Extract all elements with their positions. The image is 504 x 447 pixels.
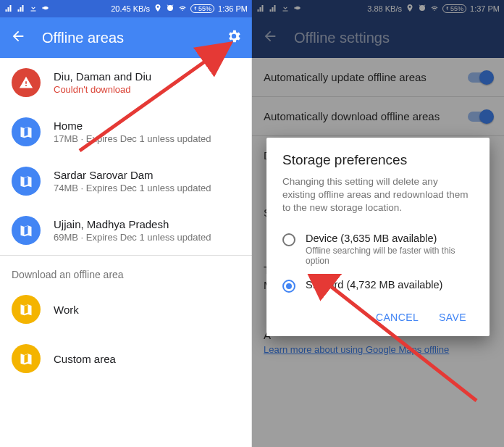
data-rate: 20.45 KB/s bbox=[111, 4, 150, 13]
alert-icon bbox=[12, 68, 41, 97]
download-list: Work Custom area bbox=[0, 285, 252, 383]
storage-preferences-dialog: Storage preferences Changing this settin… bbox=[266, 138, 490, 336]
option-sd-card[interactable]: SD card (4,732 MB available) bbox=[282, 273, 474, 300]
option-sd-label: SD card (4,732 MB available) bbox=[306, 279, 442, 291]
download-section-label: Download an offline area bbox=[0, 256, 252, 285]
radio-icon bbox=[282, 233, 295, 246]
area-subtitle: 17MB · Expires Dec 1 unless updated bbox=[54, 133, 211, 144]
area-subtitle: 74MB · Expires Dec 1 unless updated bbox=[54, 183, 211, 193]
area-subtitle: 69MB · Expires Dec 1 unless updated bbox=[54, 232, 211, 243]
gear-icon[interactable] bbox=[226, 28, 242, 48]
download-row[interactable]: Work bbox=[0, 285, 252, 334]
offline-areas-list: Diu, Daman and Diu Couldn't download Hom… bbox=[0, 58, 252, 255]
option-device[interactable]: Device (3,635 MB available) Offline sear… bbox=[282, 227, 474, 273]
area-row[interactable]: Sardar Sarovar Dam 74MB · Expires Dec 1 … bbox=[0, 156, 252, 206]
area-row[interactable]: Ujjain, Madhya Pradesh 69MB · Expires De… bbox=[0, 206, 252, 255]
map-icon bbox=[12, 344, 41, 373]
area-title: Diu, Daman and Diu bbox=[54, 70, 151, 83]
signal-icon bbox=[4, 4, 13, 14]
status-bar: 20.45 KB/s 55% 1:36 PM bbox=[0, 0, 252, 17]
page-title: Offline areas bbox=[42, 30, 210, 46]
save-button[interactable]: SAVE bbox=[432, 306, 474, 329]
signal-icon-2 bbox=[17, 4, 25, 14]
clock-time: 1:36 PM bbox=[218, 4, 248, 13]
download-title: Work bbox=[54, 304, 79, 316]
map-icon bbox=[12, 216, 41, 245]
map-icon bbox=[12, 117, 41, 146]
dialog-title: Storage preferences bbox=[282, 152, 474, 168]
download-title: Custom area bbox=[54, 353, 116, 365]
map-icon bbox=[12, 167, 41, 196]
fish-icon bbox=[41, 4, 50, 14]
cancel-button[interactable]: CANCEL bbox=[369, 306, 426, 329]
area-title: Sardar Sarovar Dam bbox=[54, 169, 211, 181]
map-icon bbox=[12, 295, 41, 324]
battery-indicator: 55% bbox=[190, 4, 214, 13]
area-title: Home bbox=[54, 120, 211, 132]
area-subtitle: Couldn't download bbox=[54, 84, 151, 95]
app-bar: Offline areas bbox=[0, 17, 252, 58]
wifi-icon bbox=[178, 4, 187, 14]
radio-icon bbox=[282, 280, 295, 293]
dialog-body: Changing this setting will delete any ex… bbox=[282, 175, 474, 215]
download-row[interactable]: Custom area bbox=[0, 334, 252, 383]
option-device-label: Device (3,635 MB available) bbox=[306, 233, 474, 244]
phone-right: 3.88 KB/s 55% 1:37 PM Offline settings A… bbox=[252, 0, 504, 447]
download-icon bbox=[29, 4, 38, 14]
area-title: Ujjain, Madhya Pradesh bbox=[54, 218, 211, 230]
phone-left: 20.45 KB/s 55% 1:36 PM Offline areas Diu… bbox=[0, 0, 252, 447]
area-row[interactable]: Diu, Daman and Diu Couldn't download bbox=[0, 58, 252, 107]
option-device-sub: Offline searching will be faster with th… bbox=[306, 246, 474, 266]
alarm-icon bbox=[166, 4, 175, 14]
location-icon bbox=[154, 4, 162, 14]
area-row[interactable]: Home 17MB · Expires Dec 1 unless updated bbox=[0, 107, 252, 156]
back-icon[interactable] bbox=[10, 28, 26, 48]
